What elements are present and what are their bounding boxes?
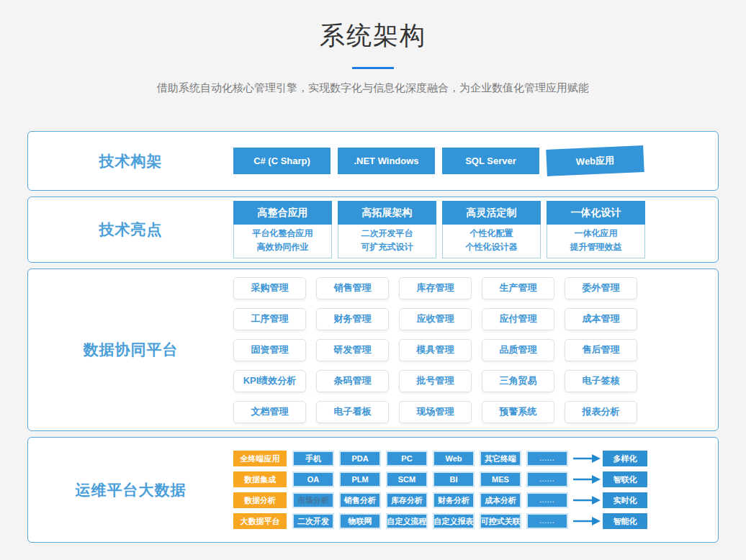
tech-button[interactable]: C# (C Sharp): [233, 148, 331, 174]
ops-item-button[interactable]: 二次开发: [292, 513, 334, 529]
ops-item-button[interactable]: ......: [526, 471, 568, 487]
ops-items: OAPLMSCMBIMES......: [292, 471, 568, 487]
arrow-right-icon: [572, 453, 601, 464]
highlight-card-line: 可扩充式设计: [338, 240, 436, 254]
ops-item-button[interactable]: BI: [433, 471, 475, 487]
arrow-right-icon: [572, 474, 601, 484]
highlight-card-title: 高整合应用: [233, 201, 332, 225]
ops-result-label: 智联化: [603, 471, 647, 487]
tech-button[interactable]: .NET Windows: [338, 148, 435, 174]
ops-row-analysis: 数据分析 市场分析销售分析库存分析财务分析成本分析...... 实时化: [233, 492, 647, 508]
ops-item-button[interactable]: PLM: [339, 471, 381, 487]
ops-result-label: 实时化: [603, 492, 647, 508]
tech-buttons: C# (C Sharp) .NET Windows SQL Server Web…: [233, 132, 644, 190]
tech-button[interactable]: SQL Server: [442, 148, 539, 174]
highlight-card-title: 高灵活定制: [442, 201, 541, 225]
module-button[interactable]: 应付管理: [482, 308, 554, 330]
ops-item-button[interactable]: Web: [433, 451, 475, 466]
ops-item-button[interactable]: 手机: [292, 451, 334, 466]
ops-items: 手机PDAPCWeb其它终端......: [292, 451, 568, 466]
ops-item-button[interactable]: 财务分析: [433, 492, 475, 508]
ops-item-button[interactable]: MES: [480, 471, 521, 487]
section-ops-platform-label: 运维平台大数据: [28, 438, 233, 542]
module-button[interactable]: 应收管理: [399, 308, 472, 330]
module-button[interactable]: 品质管理: [482, 339, 554, 361]
ops-item-button[interactable]: 自定义流程: [386, 513, 428, 529]
highlight-card: 高拓展架构 二次开发平台 可扩充式设计: [338, 201, 436, 258]
title-underline: [352, 67, 394, 69]
ops-item-button[interactable]: 可控式关联: [480, 513, 521, 529]
ops-items: 二次开发物联网自定义流程自定义报表可控式关联......: [292, 513, 568, 529]
highlight-card-body: 一体化应用 提升管理效益: [547, 225, 645, 258]
ops-item-button[interactable]: 物联网: [339, 513, 381, 529]
module-button[interactable]: 电子签核: [565, 370, 637, 392]
ops-item-button[interactable]: 其它终端: [480, 451, 521, 466]
highlight-card-line: 个性化设计器: [443, 240, 540, 254]
module-button[interactable]: 三角贸易: [482, 370, 554, 392]
module-button[interactable]: KPI绩效分析: [233, 370, 306, 392]
highlight-card-line: 平台化整合应用: [234, 227, 331, 240]
module-button[interactable]: 成本管理: [565, 308, 637, 330]
highlight-card-title: 一体化设计: [547, 201, 645, 225]
page-subtitle: 借助系统自动化核心管理引擎，实现数字化与信息化深度融合，为企业数值化管理应用赋能: [0, 81, 746, 95]
ops-item-button[interactable]: 市场分析: [292, 492, 334, 508]
ops-row-bigdata: 大数据平台 二次开发物联网自定义流程自定义报表可控式关联...... 智能化: [233, 513, 647, 529]
module-button[interactable]: 销售管理: [316, 277, 389, 299]
ops-row-integration: 数据集成 OAPLMSCMBIMES...... 智联化: [233, 471, 647, 487]
section-tech-framework-label: 技术构架: [28, 132, 233, 190]
ops-item-button[interactable]: SCM: [386, 471, 428, 487]
ops-item-button[interactable]: 销售分析: [339, 492, 381, 508]
ops-result-label: 多样化: [603, 451, 647, 466]
ops-item-button[interactable]: PC: [386, 451, 428, 466]
section-data-platform-label: 数据协同平台: [28, 269, 233, 430]
module-button[interactable]: 工序管理: [233, 308, 306, 330]
highlight-card-line: 二次开发平台: [338, 227, 436, 240]
module-button[interactable]: 文档管理: [233, 401, 306, 423]
arrow-right-icon: [572, 495, 601, 505]
ops-item-button[interactable]: 成本分析: [480, 492, 521, 508]
module-button[interactable]: 采购管理: [233, 277, 306, 299]
module-grid: 采购管理 销售管理 库存管理 生产管理 委外管理 工序管理 财务管理 应收管理 …: [233, 269, 637, 430]
module-button[interactable]: 库存管理: [399, 277, 472, 299]
ops-category-label: 大数据平台: [233, 513, 287, 529]
ops-item-button[interactable]: PDA: [339, 451, 381, 466]
ops-item-button[interactable]: ......: [526, 492, 568, 508]
module-button[interactable]: 财务管理: [316, 308, 389, 330]
highlight-card-line: 高效协同作业: [234, 240, 331, 254]
module-button[interactable]: 固资管理: [233, 339, 306, 361]
highlight-card-line: 一体化应用: [547, 227, 644, 240]
ops-category-label: 全终端应用: [233, 451, 287, 466]
module-button[interactable]: 生产管理: [482, 277, 554, 299]
section-ops-platform: 运维平台大数据 全终端应用 手机PDAPCWeb其它终端...... 多样化 数…: [27, 437, 719, 543]
module-button[interactable]: 预警系统: [482, 401, 554, 423]
highlight-card-title: 高拓展架构: [338, 201, 436, 225]
tech-button[interactable]: Web应用: [546, 145, 644, 176]
highlight-card: 一体化设计 一体化应用 提升管理效益: [547, 201, 645, 258]
section-tech-highlights: 技术亮点 高整合应用 平台化整合应用 高效协同作业 高拓展架构: [27, 197, 719, 263]
module-button[interactable]: 模具管理: [399, 339, 472, 361]
highlight-card-body: 个性化配置 个性化设计器: [442, 225, 541, 258]
ops-item-button[interactable]: ......: [526, 451, 568, 466]
sections-container: 技术构架 C# (C Sharp) .NET Windows SQL Serve…: [27, 131, 719, 543]
ops-item-button[interactable]: ......: [526, 513, 568, 529]
module-button[interactable]: 售后管理: [565, 339, 637, 361]
ops-item-button[interactable]: 自定义报表: [433, 513, 475, 529]
highlight-card-line: 个性化配置: [443, 227, 540, 240]
arrow-right-icon: [572, 516, 601, 526]
module-button[interactable]: 委外管理: [565, 277, 637, 299]
module-button[interactable]: 研发管理: [316, 339, 389, 361]
highlight-card-body: 二次开发平台 可扩充式设计: [338, 225, 436, 258]
module-button[interactable]: 现场管理: [399, 401, 472, 423]
ops-rows: 全终端应用 手机PDAPCWeb其它终端...... 多样化 数据集成 OAPL…: [233, 438, 647, 542]
page: 系统架构 借助系统自动化核心管理引擎，实现数字化与信息化深度融合，为企业数值化管…: [0, 0, 746, 543]
ops-item-button[interactable]: 库存分析: [386, 492, 428, 508]
section-tech-highlights-label: 技术亮点: [28, 197, 233, 262]
highlight-card-body: 平台化整合应用 高效协同作业: [233, 225, 332, 258]
module-button[interactable]: 批号管理: [399, 370, 472, 392]
module-button[interactable]: 报表分析: [565, 401, 637, 423]
highlight-card: 高整合应用 平台化整合应用 高效协同作业: [233, 201, 332, 258]
ops-item-button[interactable]: OA: [292, 471, 334, 487]
module-button[interactable]: 条码管理: [316, 370, 389, 392]
module-button[interactable]: 电子看板: [316, 401, 389, 423]
section-data-platform: 数据协同平台 采购管理 销售管理 库存管理 生产管理 委外管理 工序管理 财务管…: [27, 268, 719, 431]
